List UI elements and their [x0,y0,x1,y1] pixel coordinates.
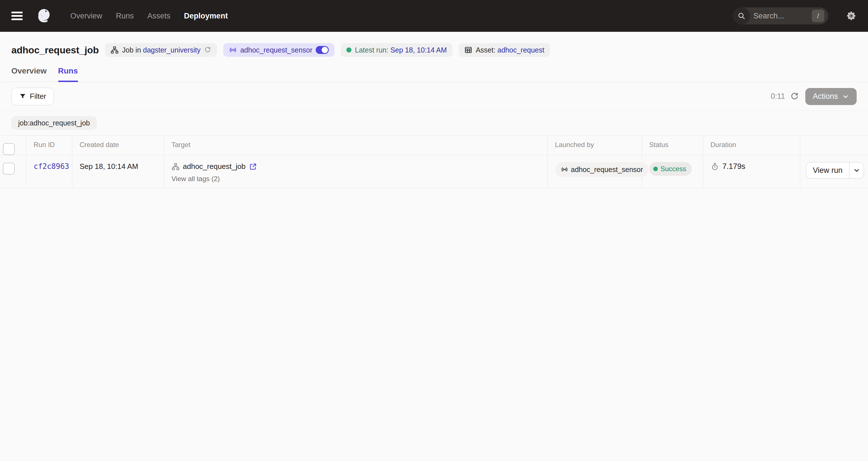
refresh-countdown: 0:11 [771,92,785,101]
nav-item-assets[interactable]: Assets [148,12,170,21]
asset-text: Asset: adhoc_request [476,46,544,54]
gear-icon[interactable] [846,11,857,21]
column-header-target: Target [164,136,548,155]
select-all-checkbox[interactable] [3,143,15,155]
reload-repo-icon[interactable] [204,46,211,54]
table-header-row: Run ID Created date Target Launched by S… [0,136,868,155]
asset-badge: Asset: adhoc_request [459,43,550,57]
run-id-link[interactable]: cf2c8963 [34,162,69,171]
asset-link[interactable]: adhoc_request [498,46,544,54]
page: Overview Runs Assets Deployment / adhoc_… [0,0,868,461]
search-input[interactable] [750,12,812,21]
filter-button-label: Filter [30,92,46,101]
repo-link[interactable]: dagster_university [143,46,200,54]
view-run-button[interactable]: View run [806,162,849,178]
launched-by-name: adhoc_request_sensor [571,166,643,174]
nav-links: Overview Runs Assets Deployment [70,12,228,21]
search-box[interactable]: / [733,7,828,24]
filter-tag[interactable]: job:adhoc_request_job [11,116,97,130]
sensor-icon [229,46,237,54]
chevron-down-icon [853,167,860,174]
table-row: cf2c8963 Sep 18, 10:14 AM adhoc_requ [0,155,868,188]
tab-runs[interactable]: Runs [58,66,78,82]
duration-value: 7.179s [722,162,745,171]
search-shortcut-key: / [812,10,824,22]
runs-toolbar: Filter 0:11 Actions [0,82,868,111]
tab-overview[interactable]: Overview [11,66,47,82]
chevron-down-icon [842,93,849,100]
top-navigation: Overview Runs Assets Deployment / [0,0,868,32]
column-header-created-date: Created date [72,136,164,155]
external-link-icon[interactable] [249,163,257,171]
refresh-icon[interactable] [790,92,799,101]
hamburger-menu-icon[interactable] [11,12,23,20]
job-header: adhoc_request_job Job in dagster_univers… [0,32,868,58]
latest-run-link[interactable]: Sep 18, 10:14 AM [390,46,447,54]
sensor-icon [561,166,568,173]
filter-button[interactable]: Filter [11,88,54,105]
runs-table: Run ID Created date Target Launched by S… [0,136,868,188]
launched-by-pill[interactable]: adhoc_request_sensor [555,162,649,177]
column-header-launched-by: Launched by [548,136,642,155]
dagster-logo-icon[interactable] [35,7,53,25]
sensor-toggle[interactable] [316,46,329,54]
view-run-dropdown-button[interactable] [849,162,864,178]
success-dot [653,167,658,171]
column-header-status: Status [642,136,703,155]
filter-icon [19,93,26,100]
column-header-run-id: Run ID [26,136,72,155]
view-run-split-button: View run [806,162,864,178]
tab-bar: Overview Runs [0,58,868,82]
column-header-actions [800,136,868,155]
latest-run-text: Latest run: Sep 18, 10:14 AM [355,46,447,54]
created-date: Sep 18, 10:14 AM [80,162,138,171]
sensor-badge: adhoc_request_sensor [223,43,335,57]
actions-button[interactable]: Actions [805,88,857,105]
page-title: adhoc_request_job [11,45,99,56]
job-location-badge: Job in dagster_university [105,43,217,57]
nav-item-runs[interactable]: Runs [116,12,134,21]
sensor-link[interactable]: adhoc_request_sensor [240,46,312,54]
stopwatch-icon [711,162,719,171]
target-job-name: adhoc_request_job [183,162,246,171]
status-label: Success [661,165,686,173]
job-icon [172,163,180,171]
job-icon [111,46,119,54]
latest-run-status-dot [346,48,351,53]
latest-run-badge: Latest run: Sep 18, 10:14 AM [341,43,453,57]
asset-icon [464,46,472,54]
row-checkbox[interactable] [3,163,15,175]
actions-button-label: Actions [813,92,838,101]
filter-tag-row: job:adhoc_request_job [0,111,868,136]
job-location-text: Job in dagster_university [122,46,200,54]
view-all-tags-link[interactable]: View all tags (2) [172,175,220,183]
status-badge: Success [649,162,692,176]
nav-item-overview[interactable]: Overview [70,12,102,21]
column-header-duration: Duration [703,136,800,155]
nav-item-deployment[interactable]: Deployment [184,12,228,21]
search-icon [733,7,750,24]
